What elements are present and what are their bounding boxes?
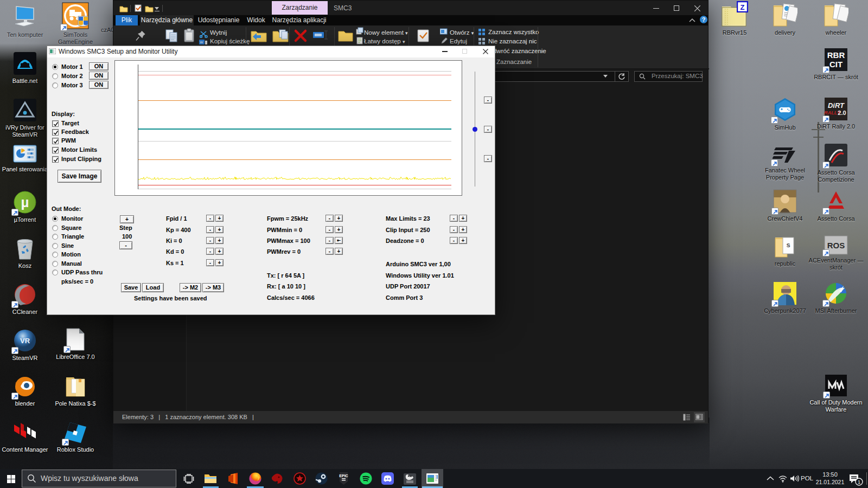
svg-text:1: 1	[858, 479, 860, 485]
svg-text:EPIC: EPIC	[339, 474, 348, 478]
svg-text:ROS: ROS	[827, 241, 845, 250]
svg-text:2.0: 2.0	[838, 110, 846, 116]
svg-text:s: s	[786, 241, 790, 249]
svg-text:Z: Z	[741, 3, 745, 11]
svg-text:DiRT: DiRT	[828, 101, 845, 110]
svg-text:CIT: CIT	[829, 60, 843, 69]
svg-text:RBR: RBR	[827, 50, 845, 60]
svg-text:VR: VR	[20, 337, 30, 345]
svg-text:W: W	[200, 41, 203, 44]
svg-text:µ: µ	[21, 194, 29, 210]
